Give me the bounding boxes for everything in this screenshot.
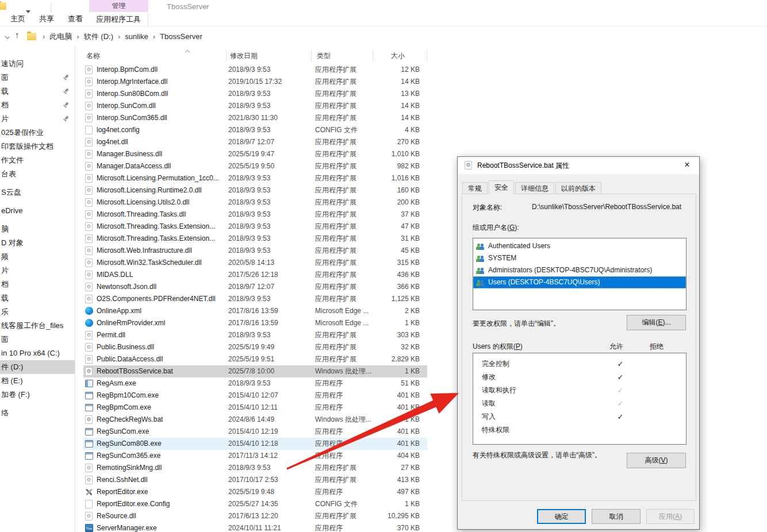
sidebar-item[interactable]: 作文件 — [0, 153, 75, 167]
file-row[interactable]: RegBpm10Com.exe 2015/4/10 12:07 应用程序 401… — [83, 390, 427, 402]
file-row[interactable]: ReportEditor.exe 2025/5/19 9:48 应用程序 497… — [83, 486, 427, 498]
file-row[interactable]: Manager.Business.dll 2025/5/19 9:47 应用程序… — [83, 148, 427, 160]
file-row[interactable]: Interop.MgrInterface.dll 2019/10/15 17:3… — [83, 76, 427, 88]
column-divider[interactable] — [226, 49, 227, 62]
file-row[interactable]: Microsoft.Threading.Tasks.Extension... 2… — [83, 221, 427, 233]
file-row[interactable]: OnlineRmProvider.xml 2017/8/16 13:59 Mic… — [83, 317, 427, 329]
sidebar-item[interactable]: 印套版操作文档 — [0, 140, 75, 153]
close-icon[interactable]: × — [675, 157, 699, 174]
sidebar-item[interactable]: 加卷 (F:) — [0, 388, 75, 402]
file-row[interactable]: RegBpmCom.exe 2015/4/10 12:11 应用程序 401 K… — [83, 402, 427, 414]
file-row[interactable]: Microsoft.Licensing.Runtime2.0.dll 2018/… — [83, 184, 427, 196]
sidebar-item[interactable]: 档 — [0, 277, 75, 291]
file-row[interactable]: RegSunCom.exe 2015/4/10 12:19 应用程序 401 K… — [83, 426, 427, 438]
group-user-listbox[interactable]: Authenticated Users SYSTEM Administrator… — [473, 238, 687, 310]
breadcrumb-link[interactable]: 此电脑 — [49, 30, 72, 44]
group-list-item[interactable]: Users (DESKTOP-4BSC7UQ\Users) — [473, 276, 686, 288]
file-row[interactable]: Microsoft.Threading.Tasks.Extension... 2… — [83, 233, 427, 245]
apply-button-disabled[interactable]: 应用(A) — [646, 509, 695, 524]
permission-row[interactable]: 特殊权限 — [473, 423, 686, 437]
file-row[interactable]: Interop.BpmCom.dll 2018/9/3 9:53 应用程序扩展 … — [83, 64, 427, 76]
dialog-tab[interactable]: 常规 — [462, 182, 488, 194]
file-row[interactable]: Newtonsoft.Json.dll 2018/9/7 12:07 应用程序扩… — [83, 281, 427, 293]
sidebar-item[interactable]: 脑 — [0, 222, 75, 236]
dialog-tab[interactable]: 以前的版本 — [555, 182, 601, 194]
file-row[interactable]: Microsoft.Web.Infrastructure.dll 2018/9/… — [83, 245, 427, 257]
ribbon-tab[interactable]: 主页 — [3, 11, 32, 26]
sidebar-item[interactable]: 面 — [0, 71, 75, 84]
group-list-item[interactable]: SYSTEM — [473, 252, 686, 264]
sidebar-item[interactable]: 线客服工作台_files — [0, 319, 75, 333]
cancel-button[interactable]: 取消 — [592, 509, 641, 524]
up-arrow-icon[interactable]: ↑ — [15, 30, 20, 40]
sidebar-item[interactable]: 速访问 — [0, 57, 75, 71]
file-row[interactable]: Microsoft.Threading.Tasks.dll 2018/9/3 9… — [83, 209, 427, 221]
permission-row[interactable]: 读取和执行 — [473, 384, 686, 397]
breadcrumb-link[interactable]: 软件 (D:) — [84, 30, 113, 44]
sidebar-item[interactable]: 档 — [0, 98, 75, 112]
sidebar-item[interactable]: 面 — [0, 333, 75, 346]
sidebar-item[interactable]: 频 — [0, 250, 75, 264]
file-row[interactable]: Microsoft.Win32.TaskScheduler.dll 2020/5… — [83, 257, 427, 269]
file-row[interactable]: O2S.Components.PDFRender4NET.dll 2018/9/… — [83, 293, 427, 305]
sidebar-item[interactable]: 载 — [0, 84, 75, 98]
file-row[interactable]: Interop.SunCom.dll 2018/9/3 9:53 应用程序扩展 … — [83, 100, 427, 112]
permission-row[interactable]: 写入 — [473, 410, 686, 423]
sidebar-item[interactable]: S云盘 — [0, 186, 75, 199]
ribbon-tab[interactable]: 共享 — [32, 11, 61, 26]
file-row[interactable]: MIDAS.DLL 2017/5/26 12:18 应用程序扩展 436 KB — [83, 269, 427, 281]
file-row[interactable]: RemotingSinkMng.dll 2018/9/3 9:53 应用程序扩展… — [83, 462, 427, 474]
sidebar-item[interactable]: eDrive — [0, 204, 75, 218]
file-row[interactable]: Interop.Sun80BCom.dll 2018/9/3 9:53 应用程序… — [83, 88, 427, 100]
file-row[interactable]: ReSource.dll 2017/6/13 12:20 应用程序扩展 10,2… — [83, 510, 427, 522]
column-divider[interactable] — [427, 49, 427, 62]
file-row[interactable]: RegAsm.exe 2018/9/3 9:53 应用程序 51 KB — [83, 377, 427, 390]
permissions-listbox[interactable]: 完全控制 修改 读取和执行 读取 写入 — [473, 353, 687, 445]
sidebar-item[interactable]: 台表 — [0, 167, 75, 181]
file-row[interactable]: OnlineApp.xml 2017/8/16 13:59 Microsoft … — [83, 305, 427, 317]
ribbon-tab[interactable]: 查看 — [61, 11, 90, 26]
dialog-tab[interactable]: 安全 — [489, 180, 514, 194]
file-row[interactable]: ReportEditor.exe.Config 2025/5/27 14:35 … — [83, 498, 427, 510]
advanced-button[interactable]: 高级(V) — [627, 453, 686, 468]
edit-button[interactable]: 编辑(E)... — [627, 315, 686, 330]
sidebar-item[interactable]: 片 — [0, 264, 75, 277]
column-header-size[interactable]: 大小 — [391, 48, 405, 63]
group-list-item[interactable]: Authenticated Users — [473, 240, 686, 252]
ribbon-tab-app-tools[interactable]: 应用程序工具 — [89, 12, 148, 26]
chevron-down-icon[interactable] — [5, 34, 10, 39]
file-row[interactable]: Microsoft.Licensing.Permutation_1cc0... … — [83, 172, 427, 184]
file-row[interactable]: RegSunCom80B.exe 2015/4/10 12:18 应用程序 40… — [83, 438, 427, 450]
file-row[interactable]: Microsoft.Licensing.Utils2.0.dll 2018/9/… — [83, 196, 427, 209]
sidebar-item[interactable]: 025暑假作业 — [0, 126, 75, 140]
sidebar-item[interactable]: 片 — [0, 112, 75, 126]
file-row[interactable]: log4net.dll 2018/9/7 12:07 应用程序扩展 270 KB — [83, 136, 427, 148]
file-row[interactable]: RebootTBossService.bat 2025/7/8 10:00 Wi… — [83, 365, 427, 377]
dialog-tab[interactable]: 详细信息 — [515, 182, 554, 194]
file-row[interactable]: Manager.DataAccess.dll 2025/5/19 9:50 应用… — [83, 160, 427, 172]
breadcrumb-link[interactable]: TbossServer — [160, 30, 202, 44]
file-row[interactable]: RegCheckRegWs.bat 2024/8/6 14:49 Windows… — [83, 414, 427, 426]
permission-row[interactable]: 读取 — [473, 397, 686, 410]
file-row[interactable]: Interop.SunCom365.dll 2021/8/30 11:30 应用… — [83, 112, 427, 124]
sidebar-item[interactable]: in 10 Pro x64 (C:) — [0, 346, 75, 360]
column-header-name[interactable]: 名称 — [86, 48, 100, 63]
permission-row[interactable]: 修改 — [473, 371, 686, 384]
file-row[interactable]: Permit.dll 2018/9/3 9:53 应用程序扩展 303 KB — [83, 329, 427, 341]
column-header-type[interactable]: 类型 — [317, 48, 331, 63]
sidebar-item[interactable]: 乐 — [0, 305, 75, 319]
file-row[interactable]: Renci.SshNet.dll 2017/10/17 2:53 应用程序扩展 … — [83, 474, 427, 486]
permission-row[interactable]: 完全控制 — [473, 357, 686, 371]
column-header-date[interactable]: 修改日期 — [230, 48, 258, 63]
sidebar-item[interactable]: 档 (E:) — [0, 374, 75, 388]
file-row[interactable]: RegSunCom365.exe 2017/11/3 14:12 应用程序 40… — [83, 450, 427, 462]
file-row[interactable]: Public.Business.dll 2025/5/19 9:49 应用程序扩… — [83, 341, 427, 353]
breadcrumb-link[interactable]: sunlike — [125, 30, 148, 44]
sidebar-item[interactable]: D 对象 — [0, 236, 75, 250]
file-row[interactable]: Public.DataAccess.dll 2025/5/19 9:51 应用程… — [83, 353, 427, 365]
file-row[interactable]: log4net.config 2018/9/3 9:53 CONFIG 文件 4… — [83, 124, 427, 136]
ok-button[interactable]: 确定 — [537, 509, 586, 524]
file-row[interactable]: ServerManager.exe 2024/10/11 11:21 应用程序 … — [83, 522, 427, 532]
group-list-item[interactable]: Administrators (DESKTOP-4BSC7UQ\Administ… — [473, 264, 686, 276]
sidebar-item[interactable]: 载 — [0, 291, 75, 305]
